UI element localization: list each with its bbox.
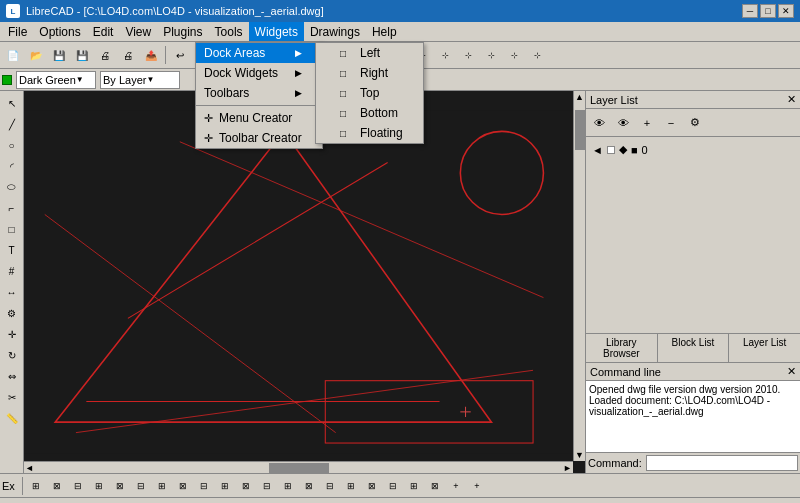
menu-help[interactable]: Help [366, 22, 403, 41]
modify-tool[interactable]: ⚙ [2, 303, 22, 323]
dock-bottom-item[interactable]: □ Bottom [316, 103, 423, 123]
bottom-btn-11[interactable]: ⊠ [236, 476, 256, 496]
dock-widgets-menu-item[interactable]: Dock Widgets [196, 63, 322, 83]
move-tool[interactable]: ✛ [2, 324, 22, 344]
scroll-thumb-h[interactable] [269, 463, 329, 473]
snap-btn-7[interactable]: ⊹ [457, 44, 479, 66]
layer-settings-button[interactable]: ⚙ [684, 112, 706, 134]
tab-library-browser[interactable]: Library Browser [586, 334, 658, 362]
layer-add-button[interactable]: + [636, 112, 658, 134]
new-button[interactable]: 📄 [2, 44, 24, 66]
draw-rect[interactable]: □ [2, 219, 22, 239]
combo-arrow-icon[interactable]: ▼ [76, 75, 84, 84]
menu-file[interactable]: File [2, 22, 33, 41]
bottom-btn-4[interactable]: ⊞ [89, 476, 109, 496]
panel-close-icon[interactable]: ✕ [787, 93, 796, 106]
maximize-button[interactable]: □ [760, 4, 776, 18]
scroll-right-button[interactable]: ► [562, 463, 573, 473]
scroll-thumb-v[interactable] [575, 110, 585, 150]
dim-tool[interactable]: ↔ [2, 282, 22, 302]
snap-btn-8[interactable]: ⊹ [480, 44, 502, 66]
draw-line[interactable]: ╱ [2, 114, 22, 134]
bottom-btn-13[interactable]: ⊞ [278, 476, 298, 496]
close-button[interactable]: ✕ [778, 4, 794, 18]
list-item[interactable]: ◄ ◆ ■ 0 [590, 141, 796, 158]
scroll-left-button[interactable]: ◄ [24, 463, 35, 473]
snap-btn-9[interactable]: ⊹ [503, 44, 525, 66]
menu-bar: File Options Edit View Plugins Tools Wid… [0, 22, 800, 42]
widgets-menu-popup[interactable]: Dock Areas Dock Widgets Toolbars ✛ Menu … [195, 42, 323, 149]
command-close-icon[interactable]: ✕ [787, 365, 796, 378]
bottom-btn-12[interactable]: ⊟ [257, 476, 277, 496]
bottom-btn-5[interactable]: ⊠ [110, 476, 130, 496]
draw-circle[interactable]: ○ [2, 135, 22, 155]
bottom-btn-6[interactable]: ⊟ [131, 476, 151, 496]
bottom-btn-8[interactable]: ⊠ [173, 476, 193, 496]
scroll-up-button[interactable]: ▲ [574, 91, 585, 103]
bottom-btn-18[interactable]: ⊟ [383, 476, 403, 496]
select-tool[interactable]: ↖ [2, 93, 22, 113]
title-bar-controls[interactable]: ─ □ ✕ [742, 4, 794, 18]
layer-color-combo[interactable]: Dark Green ▼ [16, 71, 96, 89]
snap-btn-10[interactable]: ⊹ [526, 44, 548, 66]
measure-tool[interactable]: 📏 [2, 408, 22, 428]
snap-plus-btn[interactable]: + [446, 476, 466, 496]
bottom-btn-10[interactable]: ⊞ [215, 476, 235, 496]
menu-tools[interactable]: Tools [209, 22, 249, 41]
tab-block-list[interactable]: Block List [658, 334, 730, 362]
dock-left-item[interactable]: □ Left [316, 43, 423, 63]
bottom-btn-1[interactable]: ⊞ [26, 476, 46, 496]
bottom-btn-2[interactable]: ⊠ [47, 476, 67, 496]
menu-drawings[interactable]: Drawings [304, 22, 366, 41]
open-button[interactable]: 📂 [25, 44, 47, 66]
dock-right-item[interactable]: □ Right [316, 63, 423, 83]
save-as-button[interactable]: 💾 [71, 44, 93, 66]
menu-plugins[interactable]: Plugins [157, 22, 208, 41]
dock-areas-submenu[interactable]: □ Left □ Right □ Top □ Bottom □ Floating [315, 42, 424, 144]
undo-button[interactable]: ↩ [169, 44, 191, 66]
hatch-tool[interactable]: # [2, 261, 22, 281]
bottom-btn-14[interactable]: ⊠ [299, 476, 319, 496]
menu-widgets[interactable]: Widgets [249, 22, 304, 41]
bottom-btn-3[interactable]: ⊟ [68, 476, 88, 496]
menu-creator-item[interactable]: ✛ Menu Creator [196, 108, 322, 128]
dock-areas-menu-item[interactable]: Dock Areas [196, 43, 322, 63]
layer-visible-button[interactable]: 👁 [588, 112, 610, 134]
mirror-tool[interactable]: ⇔ [2, 366, 22, 386]
rotate-tool[interactable]: ↻ [2, 345, 22, 365]
print-button[interactable]: 🖨 [117, 44, 139, 66]
bottom-btn-19[interactable]: ⊞ [404, 476, 424, 496]
bottom-btn-7[interactable]: ⊞ [152, 476, 172, 496]
trim-tool[interactable]: ✂ [2, 387, 22, 407]
toolbar-creator-item[interactable]: ✛ Toolbar Creator [196, 128, 322, 148]
menu-edit[interactable]: Edit [87, 22, 120, 41]
save-button[interactable]: 💾 [48, 44, 70, 66]
command-panel-title: Command line ✕ [586, 363, 800, 381]
command-input[interactable] [646, 455, 798, 471]
export-button[interactable]: 📤 [140, 44, 162, 66]
scroll-down-button[interactable]: ▼ [574, 449, 585, 461]
dock-floating-item[interactable]: □ Floating [316, 123, 423, 143]
menu-options[interactable]: Options [33, 22, 86, 41]
print-preview-button[interactable]: 🖨 [94, 44, 116, 66]
bottom-btn-9[interactable]: ⊟ [194, 476, 214, 496]
tab-layer-list[interactable]: Layer List [729, 334, 800, 362]
toolbars-menu-item[interactable]: Toolbars [196, 83, 322, 103]
draw-ellipse[interactable]: ⬭ [2, 177, 22, 197]
combo-arrow-2-icon[interactable]: ▼ [146, 75, 154, 84]
layer-name-combo[interactable]: By Layer ▼ [100, 71, 180, 89]
bottom-btn-17[interactable]: ⊠ [362, 476, 382, 496]
draw-text[interactable]: T [2, 240, 22, 260]
draw-arc[interactable]: ◜ [2, 156, 22, 176]
draw-polyline[interactable]: ⌐ [2, 198, 22, 218]
layer-freeze-button[interactable]: 👁 [612, 112, 634, 134]
snap-plus2-btn[interactable]: + [467, 476, 487, 496]
bottom-btn-15[interactable]: ⊟ [320, 476, 340, 496]
snap-btn-6[interactable]: ⊹ [434, 44, 456, 66]
bottom-btn-16[interactable]: ⊞ [341, 476, 361, 496]
menu-view[interactable]: View [119, 22, 157, 41]
dock-top-item[interactable]: □ Top [316, 83, 423, 103]
minimize-button[interactable]: ─ [742, 4, 758, 18]
layer-delete-button[interactable]: − [660, 112, 682, 134]
bottom-btn-20[interactable]: ⊠ [425, 476, 445, 496]
